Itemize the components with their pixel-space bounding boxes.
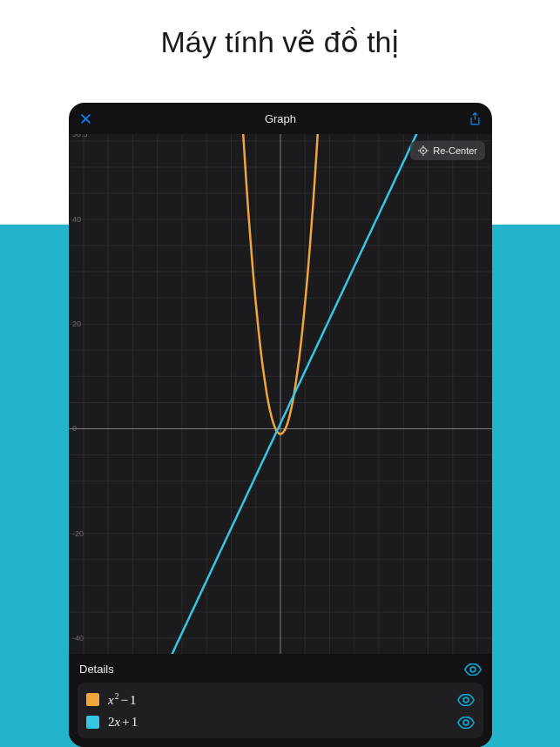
details-title: Details <box>79 663 114 676</box>
svg-text:0: 0 <box>72 424 77 433</box>
equation-list: x2−12x+1 <box>78 683 483 738</box>
page-title: Máy tính vẽ đồ thị <box>0 0 560 82</box>
titlebar: Graph <box>69 103 492 134</box>
close-icon[interactable] <box>79 112 92 125</box>
equation-expression: 2x+1 <box>108 715 449 730</box>
svg-text:56.3: 56.3 <box>72 134 88 138</box>
svg-point-52 <box>463 697 469 703</box>
eye-icon[interactable] <box>457 694 475 706</box>
svg-text:-40: -40 <box>72 634 84 643</box>
equation-row[interactable]: 2x+1 <box>84 711 476 733</box>
graph-canvas[interactable]: 56.340200-20-40 Re-Center <box>69 134 492 654</box>
svg-point-46 <box>423 150 425 151</box>
eye-icon[interactable] <box>457 717 475 729</box>
color-swatch <box>86 716 99 729</box>
svg-point-53 <box>463 720 469 725</box>
app-window: Graph 56.340200-20-40 Re-Center Details … <box>69 103 492 747</box>
recenter-label: Re-Center <box>433 145 477 156</box>
eye-icon[interactable] <box>464 663 482 676</box>
share-icon[interactable] <box>469 111 482 126</box>
color-swatch <box>86 693 99 706</box>
svg-text:-20: -20 <box>72 529 84 538</box>
svg-text:40: 40 <box>72 215 81 224</box>
svg-point-51 <box>470 667 476 672</box>
window-title: Graph <box>104 112 457 125</box>
svg-text:20: 20 <box>72 320 81 328</box>
recenter-button[interactable]: Re-Center <box>410 141 485 160</box>
equation-expression: x2−1 <box>108 691 449 708</box>
details-panel: Details x2−12x+1 <box>69 654 492 747</box>
equation-row[interactable]: x2−1 <box>84 688 476 711</box>
